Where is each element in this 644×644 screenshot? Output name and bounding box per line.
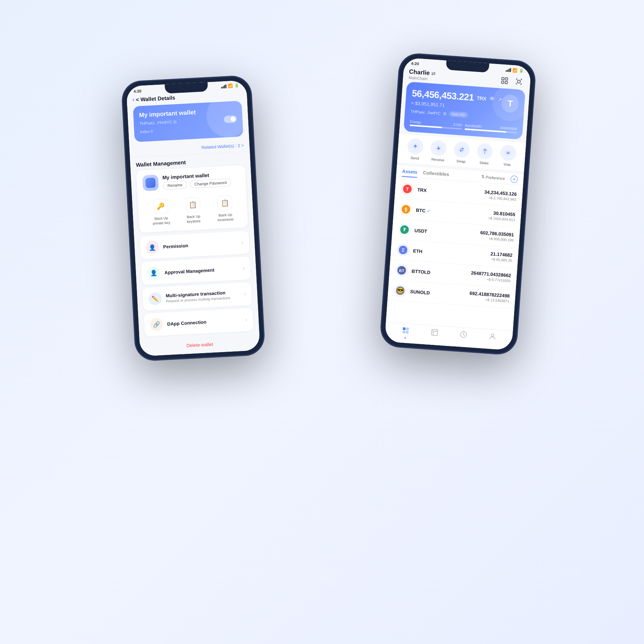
header-actions (498, 74, 525, 88)
nav-profile[interactable] (488, 332, 496, 345)
nav-history[interactable] (459, 330, 468, 343)
user-info: Charlie ⇄ MainChain (409, 68, 436, 82)
backup-private-key-label: Back Upprivate key (152, 215, 170, 225)
wallet-avatar (142, 175, 159, 191)
history-nav-icon (459, 330, 468, 340)
vote-button[interactable]: Vote (499, 145, 516, 167)
backup-mnemonic[interactable]: 📋 Back Upmnemonic (216, 195, 234, 222)
stake-button[interactable]: Stake (476, 143, 493, 165)
dapp-menu-item[interactable]: 🔗 DApp Connection › (144, 308, 254, 337)
collectibles-nav-icon (430, 328, 439, 338)
swap-icon (453, 141, 470, 158)
action-row: Send Receive Swap (397, 134, 526, 171)
right-wifi-icon: 📶 (512, 68, 518, 73)
btc-verified-icon: ✓ (427, 208, 431, 214)
eye-icon[interactable]: 👁 (489, 96, 495, 102)
bttold-values: 2648771.04328662 ≈$ 6.77419355 (470, 270, 511, 283)
right-time: 4:20 (411, 61, 419, 66)
bttold-coin-logo: BT (395, 263, 408, 277)
assets-tab[interactable]: Assets (402, 166, 418, 178)
usdt-coin-logo: ₮ (397, 223, 411, 236)
backup-keystore-label: Back Upkeystore (187, 214, 201, 224)
collectibles-tab[interactable]: Collectibles (423, 167, 449, 180)
qr-button[interactable] (513, 75, 525, 88)
non-hd-badge: Non-HD (449, 111, 468, 118)
send-button[interactable]: Send (407, 138, 424, 161)
rename-button[interactable]: Rename (163, 181, 187, 190)
eth-amount: 21.174682 (491, 251, 513, 258)
preference-button[interactable]: ⇅ Preference (481, 174, 505, 181)
svg-rect-4 (517, 80, 520, 83)
backup-keystore[interactable]: 📋 Back Upkeystore (185, 197, 201, 224)
multisig-menu-item[interactable]: ✏️ Multi-signature transaction Request o… (142, 282, 252, 311)
eth-usd: ≈$ 85,885.35 (490, 257, 512, 263)
nav-assets[interactable] (401, 326, 410, 339)
approval-menu-item[interactable]: 👤 Approval Management › (141, 257, 251, 285)
assets-nav-dot (404, 337, 406, 338)
right-battery-icon: 🔋 (519, 68, 524, 73)
eth-coin-logo: Ξ (396, 243, 410, 257)
backup-private-key[interactable]: 🔑 Back Upprivate key (152, 198, 170, 225)
right-status-icons: 📶 🔋 (506, 67, 524, 73)
wallet-action-buttons: Rename Change Password (163, 178, 231, 190)
svg-text:BT: BT (399, 268, 405, 273)
sunold-coin-logo: 😎 (393, 284, 407, 297)
dapp-icon: 🔗 (150, 318, 163, 331)
balance-card: 56,456,453.221 TRX 👁 ↗ ≈ $3,951,951.71 T… (404, 82, 526, 140)
back-arrow-icon: ‹ (132, 96, 135, 103)
sunold-name-row: SUNOLD (410, 289, 430, 296)
swap-button[interactable]: Swap (453, 141, 470, 164)
delete-wallet-button[interactable]: Delete wallet (140, 333, 260, 357)
sunold-values: 692.418878222498 ≈$ 13.5483871 (469, 291, 510, 303)
svg-rect-0 (502, 77, 504, 80)
wallet-toggle[interactable] (224, 115, 237, 123)
user-switch-icon[interactable]: ⇄ (431, 70, 435, 77)
btc-coin-logo: ₿ (399, 203, 413, 216)
eth-name: ETH (413, 248, 423, 254)
approval-chevron: › (243, 265, 245, 272)
expand-icon[interactable]: ↗ (497, 97, 502, 103)
wallet-info: My important wallet Rename Change Passwo… (162, 171, 231, 190)
wallet-card: My important wallet THPvaU...Fhn5YC ⧉ In… (133, 101, 243, 142)
energy-label: Energy (410, 119, 421, 124)
approval-title: Approval Management (164, 266, 238, 275)
address-copy-icon[interactable]: ⧉ (443, 111, 447, 116)
bandwidth-value: 4000/5000 (500, 126, 517, 131)
sort-icon: ⇅ (481, 174, 485, 179)
trx-values: 34,234,453.126 ≈$ 2,760,842.982 (484, 189, 517, 201)
copy-icon[interactable]: ⧉ (174, 119, 177, 124)
receive-button[interactable]: Receive (430, 140, 447, 162)
trx-name: TRX (417, 187, 427, 193)
dapp-text: DApp Connection (167, 317, 241, 327)
usdt-name-row: USDT (414, 228, 427, 234)
balance-address: THPwer...5wtfYC (410, 109, 440, 116)
assets-nav-icon (401, 326, 410, 336)
phones-container: 4:20 MainChain 📶 🔋 (107, 36, 537, 608)
nav-collectibles[interactable] (430, 328, 439, 341)
back-button[interactable]: ‹ < Wallet Details (132, 94, 175, 103)
permission-icon: 👤 (146, 240, 159, 254)
private-key-icon: 🔑 (153, 199, 169, 214)
change-password-button[interactable]: Change Password (190, 178, 231, 188)
right-screen: 4:20 📶 🔋 (385, 58, 532, 351)
bttold-name-row: BTTOLD (411, 268, 430, 275)
svg-rect-27 (431, 329, 438, 336)
approval-icon: 👤 (147, 266, 161, 280)
right-phone: 4:20 📶 🔋 (380, 53, 536, 355)
send-icon (407, 138, 424, 155)
backup-mnemonic-label: Back Upmnemonic (217, 212, 234, 222)
svg-text:Ξ: Ξ (401, 247, 405, 253)
asset-list: T TRX 34,234,453.126 ≈$ 2,760,842.982 ₿ (386, 177, 523, 331)
stake-label: Stake (479, 161, 489, 165)
swap-label: Swap (456, 159, 465, 164)
permission-menu-item[interactable]: 👤 Permission › (140, 231, 249, 259)
bandwidth-label: Bandwidth (465, 123, 482, 128)
add-asset-button[interactable]: + (511, 175, 518, 183)
bttold-name: BTTOLD (411, 268, 430, 275)
left-phone-inner: 4:20 MainChain 📶 🔋 (126, 80, 260, 357)
btc-name-row: BTC ✓ (416, 207, 431, 214)
svg-rect-25 (402, 331, 405, 333)
dapp-title: DApp Connection (167, 317, 241, 327)
scan-button[interactable] (498, 74, 511, 87)
left-phone: 4:20 MainChain 📶 🔋 (122, 75, 265, 361)
